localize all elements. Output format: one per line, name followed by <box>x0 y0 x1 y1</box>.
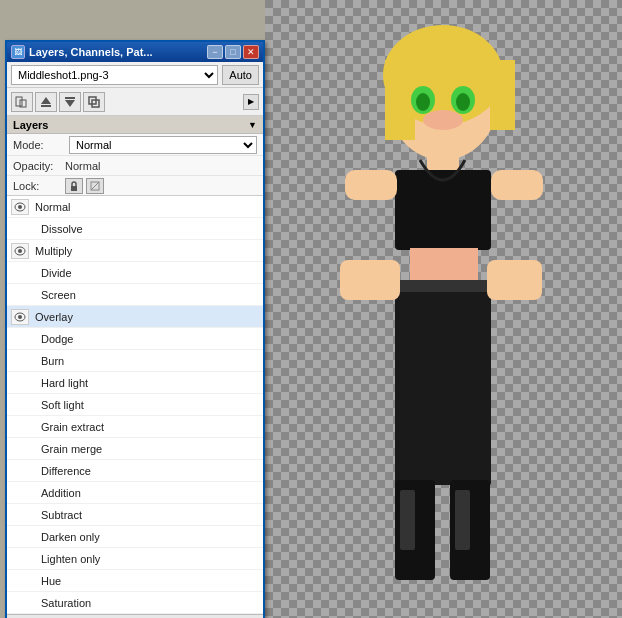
blend-mode-item[interactable]: Saturation <box>7 592 263 614</box>
blend-mode-item[interactable]: Grain extract <box>7 416 263 438</box>
blend-mode-item[interactable]: Subtract <box>7 504 263 526</box>
blend-mode-name: Hue <box>41 575 259 587</box>
layers-label: Layers <box>13 119 48 131</box>
svg-rect-25 <box>455 490 470 550</box>
collapse-panel-button[interactable]: ▶ <box>243 94 259 110</box>
bottom-toolbar: 👁 📄 🗑 <box>7 614 263 618</box>
svg-point-40 <box>18 249 22 253</box>
svg-point-10 <box>416 93 430 111</box>
raise-layer-icon[interactable] <box>35 92 57 112</box>
svg-marker-30 <box>65 100 75 107</box>
mode-select[interactable]: Normal <box>69 136 257 154</box>
blend-mode-name: Hard light <box>41 377 259 389</box>
blend-mode-item[interactable]: Divide <box>7 262 263 284</box>
blend-mode-item[interactable]: Dissolve <box>7 218 263 240</box>
auto-button[interactable]: Auto <box>222 65 259 85</box>
blend-mode-item[interactable]: Grain merge <box>7 438 263 460</box>
blend-mode-name: Overlay <box>35 311 259 323</box>
mode-label: Mode: <box>13 139 61 151</box>
svg-rect-19 <box>491 170 543 200</box>
file-bar: Middleshot1.png-3 Auto <box>7 62 263 88</box>
blend-mode-name: Divide <box>41 267 259 279</box>
blend-mode-name: Subtract <box>41 509 259 521</box>
opacity-value: Normal <box>65 160 100 172</box>
svg-point-38 <box>18 205 22 209</box>
svg-rect-14 <box>395 170 491 250</box>
blend-mode-name: Saturation <box>41 597 259 609</box>
lock-row: Lock: <box>7 176 263 196</box>
svg-rect-34 <box>71 186 77 191</box>
layer-visibility-icon[interactable] <box>11 243 29 259</box>
svg-rect-29 <box>41 105 51 107</box>
panel-icon: 🖼 <box>11 45 25 59</box>
svg-rect-20 <box>340 260 400 300</box>
svg-rect-31 <box>65 97 75 99</box>
blend-mode-name: Grain extract <box>41 421 259 433</box>
blend-mode-name: Difference <box>41 465 259 477</box>
blend-mode-name: Normal <box>35 201 259 213</box>
close-button[interactable]: ✕ <box>243 45 259 59</box>
blend-mode-item[interactable]: Burn <box>7 350 263 372</box>
lock-alpha-icon[interactable] <box>86 178 104 194</box>
blend-mode-name: Dissolve <box>41 223 259 235</box>
lock-icons <box>65 178 104 194</box>
file-select[interactable]: Middleshot1.png-3 <box>11 65 218 85</box>
canvas-area <box>265 0 622 618</box>
layers-panel: 🖼 Layers, Channels, Pat... − □ ✕ Middles… <box>5 40 265 618</box>
opacity-label: Opacity: <box>13 160 61 172</box>
svg-rect-6 <box>385 60 415 140</box>
blend-mode-name: Lighten only <box>41 553 259 565</box>
svg-rect-26 <box>16 97 22 106</box>
blend-mode-list: NormalDissolveMultiplyDivideScreenOverla… <box>7 196 263 614</box>
blend-mode-item[interactable]: Difference <box>7 460 263 482</box>
blend-mode-name: Darken only <box>41 531 259 543</box>
blend-mode-item[interactable]: Addition <box>7 482 263 504</box>
lock-label: Lock: <box>13 180 61 192</box>
blend-mode-name: Dodge <box>41 333 259 345</box>
duplicate-layer-icon[interactable] <box>83 92 105 112</box>
blend-mode-item[interactable]: Normal <box>7 196 263 218</box>
blend-mode-name: Screen <box>41 289 259 301</box>
blend-mode-name: Burn <box>41 355 259 367</box>
layer-visibility-icon[interactable] <box>11 309 29 325</box>
svg-rect-16 <box>395 285 491 485</box>
blend-mode-item[interactable]: Overlay <box>7 306 263 328</box>
restore-button[interactable]: □ <box>225 45 241 59</box>
blend-mode-item[interactable]: Hard light <box>7 372 263 394</box>
title-bar: 🖼 Layers, Channels, Pat... − □ ✕ <box>7 42 263 62</box>
minimize-button[interactable]: − <box>207 45 223 59</box>
lock-position-icon[interactable] <box>65 178 83 194</box>
lower-layer-icon[interactable] <box>59 92 81 112</box>
new-layer-icon[interactable] <box>11 92 33 112</box>
svg-rect-21 <box>487 260 542 300</box>
blend-mode-item[interactable]: Multiply <box>7 240 263 262</box>
blend-mode-item[interactable]: Screen <box>7 284 263 306</box>
collapse-icon[interactable]: ▼ <box>248 120 257 130</box>
blend-mode-item[interactable]: Soft light <box>7 394 263 416</box>
panel-title: Layers, Channels, Pat... <box>29 46 153 58</box>
svg-marker-28 <box>41 97 51 104</box>
mode-row: Mode: Normal <box>7 134 263 156</box>
svg-point-11 <box>456 93 470 111</box>
opacity-row: Opacity: Normal <box>7 156 263 176</box>
blend-mode-name: Multiply <box>35 245 259 257</box>
blend-mode-item[interactable]: Lighten only <box>7 548 263 570</box>
canvas-image <box>265 0 622 618</box>
title-bar-left: 🖼 Layers, Channels, Pat... <box>11 45 153 59</box>
svg-rect-24 <box>400 490 415 550</box>
svg-rect-17 <box>395 280 491 292</box>
svg-rect-18 <box>345 170 397 200</box>
blend-mode-name: Grain merge <box>41 443 259 455</box>
svg-point-42 <box>18 315 22 319</box>
blend-mode-item[interactable]: Hue <box>7 570 263 592</box>
svg-line-36 <box>91 182 99 190</box>
svg-point-12 <box>423 110 463 130</box>
layers-section-header: Layers ▼ <box>7 116 263 134</box>
toolbar-row: ▶ <box>7 88 263 116</box>
blend-mode-item[interactable]: Dodge <box>7 328 263 350</box>
svg-rect-7 <box>490 60 515 130</box>
blend-mode-name: Addition <box>41 487 259 499</box>
layer-visibility-icon[interactable] <box>11 199 29 215</box>
title-buttons: − □ ✕ <box>207 45 259 59</box>
blend-mode-item[interactable]: Darken only <box>7 526 263 548</box>
